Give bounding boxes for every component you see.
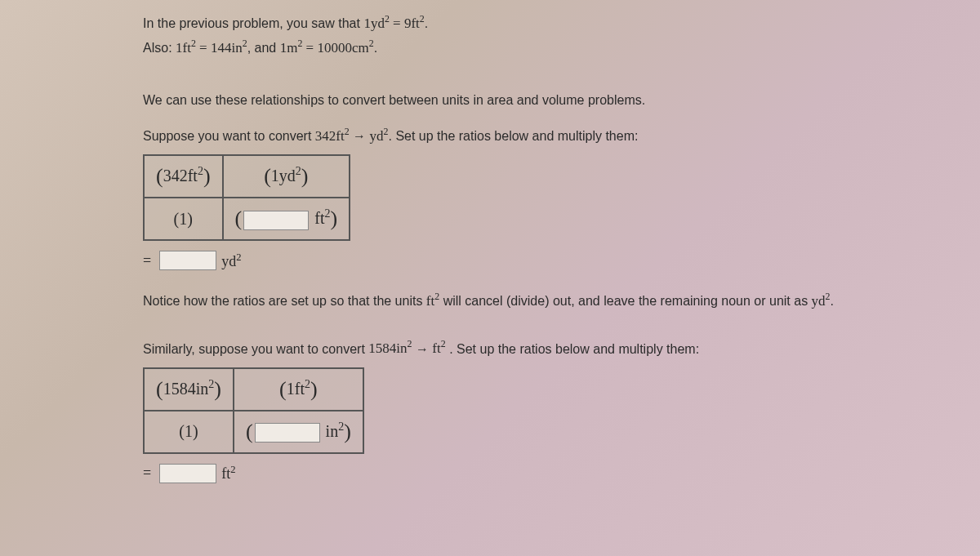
text: , and (247, 41, 280, 55)
text: Similarly, suppose you want to convert (143, 341, 368, 355)
math-expr: ft2 (426, 293, 439, 309)
cell-numerator-left: (1584in2) (144, 368, 234, 411)
ratio-table-1: (342ft2) (1yd2) (1) ( ft2) (143, 154, 350, 241)
result-line-2: = ft2 (143, 464, 927, 483)
answer-input-1[interactable] (243, 211, 309, 230)
intro-line1: In the previous problem, you saw that 1y… (143, 12, 927, 33)
bridge-text: We can use these relationships to conver… (143, 91, 927, 110)
unit-label: yd2 (221, 251, 241, 270)
text: . Set up the ratios below and multiply t… (388, 129, 638, 143)
cell-denominator-left: (1) (144, 411, 234, 453)
cell-denominator-left: (1) (144, 198, 223, 240)
result-line-1: = yd2 (143, 251, 927, 270)
problem1-prompt: Suppose you want to convert 342ft2 → yd2… (143, 125, 927, 146)
text: Also: (143, 41, 176, 55)
notice-text: Notice how the ratios are set up so that… (143, 290, 911, 311)
arrow-icon: → (412, 341, 432, 355)
worksheet-content: In the previous problem, you saw that 1y… (143, 12, 927, 483)
problem2-prompt: Similarly, suppose you want to convert 1… (143, 338, 927, 359)
text: will cancel (divide) out, and leave the … (439, 294, 811, 308)
unit-label: ft2 (221, 464, 235, 483)
text: In the previous problem, you saw that (143, 16, 363, 30)
math-expr: 1ft2 = 144in2 (176, 40, 247, 56)
equals-sign: = (143, 465, 151, 482)
text: . (374, 41, 377, 55)
cell-numerator-right: (1yd2) (223, 155, 350, 198)
math-expr: 1yd2 = 9ft2 (363, 16, 424, 31)
text: . (425, 16, 428, 30)
cell-numerator-left: (342ft2) (144, 155, 223, 198)
ratio-table-2: (1584in2) (1ft2) (1) ( in2) (143, 367, 364, 454)
math-expr: yd2 (812, 293, 831, 309)
text: . Set up the ratios below and multiply t… (446, 341, 699, 355)
text: Notice how the ratios are set up so that… (143, 294, 426, 308)
cell-denominator-right: ( in2) (234, 411, 363, 453)
answer-input-4[interactable] (159, 464, 216, 483)
math-expr: 1m2 = 10000cm2 (280, 40, 374, 56)
math-expr: 1584in2 (368, 340, 412, 356)
answer-input-3[interactable] (255, 423, 320, 443)
intro-line2: Also: 1ft2 = 144in2, and 1m2 = 10000cm2. (143, 37, 927, 58)
math-expr: ft2 (432, 340, 445, 356)
arrow-icon: → (350, 129, 370, 143)
equals-sign: = (143, 252, 151, 269)
cell-numerator-right: (1ft2) (234, 368, 363, 411)
text: Suppose you want to convert (143, 129, 315, 143)
math-expr: yd2 (370, 128, 389, 144)
answer-input-2[interactable] (159, 251, 216, 270)
cell-denominator-right: ( ft2) (223, 198, 350, 240)
text: . (831, 294, 834, 308)
math-expr: 342ft2 (315, 128, 350, 144)
